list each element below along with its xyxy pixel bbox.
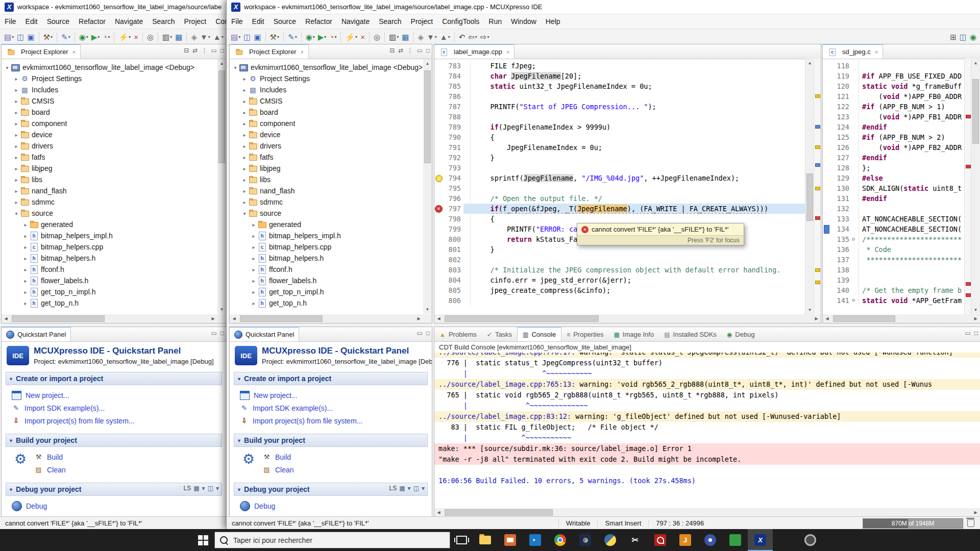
console-file-link[interactable]: ../source/label_image.cpp:776:17: (438, 353, 575, 356)
code-line[interactable]: 796 /* Open the output file. */ (434, 193, 805, 204)
start-button[interactable] (192, 529, 214, 551)
tree-item-generated[interactable]: ▸generated (2, 219, 217, 230)
toolbar-save-all-button[interactable]: ▣ (252, 31, 262, 43)
menu-project[interactable]: Project (180, 15, 211, 28)
toolbar-save-button[interactable]: ◫ (242, 31, 252, 43)
scrollbar-thumb[interactable] (240, 315, 323, 322)
tree-item-libs[interactable]: ▸libs (230, 174, 423, 185)
scroll-down-icon[interactable]: ▼ (805, 306, 814, 314)
link-with-editor-icon[interactable]: ⇄ (398, 47, 403, 54)
menu-edit[interactable]: Edit (21, 15, 42, 28)
chevron-right-icon[interactable]: ▸ (13, 188, 20, 194)
tab-sd-jpeg-c[interactable]: c sd_jpeg.c × (823, 44, 883, 59)
dropdown-arrow-icon[interactable]: ▾ (435, 35, 437, 39)
task-view-button[interactable] (450, 529, 473, 551)
toolbar-terminal-button[interactable]: ▥▾ (387, 31, 400, 43)
dropdown-arrow-icon[interactable]: ▾ (108, 35, 110, 39)
warning-marker-icon[interactable] (435, 175, 443, 182)
dropdown-arrow-icon[interactable]: ▾ (170, 35, 172, 39)
chevron-right-icon[interactable]: ▸ (13, 110, 20, 115)
dropdown-arrow-icon[interactable]: ▾ (334, 35, 336, 39)
tree-item-ffconf-h[interactable]: ▸hffconf.h (230, 264, 423, 275)
office-app-icon[interactable] (773, 529, 798, 551)
tab-quickstart-panel[interactable]: Quickstart Panel (230, 327, 299, 341)
toolbar-toggle-annotation-button[interactable]: ◈ (416, 31, 425, 43)
tree-item-fatfs[interactable]: ▸fatfs (230, 152, 423, 163)
chevron-right-icon[interactable]: ▸ (22, 300, 29, 306)
scroll-left-icon[interactable]: ◀ (434, 508, 443, 517)
tree-item-generated[interactable]: ▸generated (230, 219, 423, 230)
collapse-triangle-icon[interactable]: ▾ (238, 487, 240, 492)
view-menu-icon[interactable]: ⋮ (201, 47, 207, 54)
code-line[interactable]: 795 (434, 183, 805, 193)
code-line[interactable]: 119#if APP_FB_USE_FIXED_ADD (823, 71, 965, 81)
toolbar-run-button[interactable]: ▶▾ (316, 31, 328, 43)
toolbar-prev-annotation-button[interactable]: ▲▾ (212, 31, 225, 43)
menu-window[interactable]: Window (506, 15, 541, 28)
section-header-build[interactable]: ▾Build your project (234, 434, 428, 447)
chevron-right-icon[interactable]: ▸ (13, 98, 20, 104)
scroll-up-icon[interactable]: ▲ (805, 59, 814, 67)
quickstart-link-debug[interactable]: Debug (240, 499, 275, 512)
chevron-right-icon[interactable]: ▸ (241, 76, 248, 82)
chevron-right-icon[interactable]: ▸ (250, 278, 257, 284)
dropdown-arrow-icon[interactable]: ▾ (324, 35, 326, 39)
mail-app-icon[interactable] (498, 529, 523, 551)
code-line[interactable]: 118 (823, 61, 965, 71)
chevron-right-icon[interactable]: ▸ (250, 289, 257, 295)
chevron-right-icon[interactable]: ▸ (250, 244, 257, 250)
quickstart-link-clean[interactable]: ▨Clean (262, 463, 294, 476)
menu-source[interactable]: Source (42, 15, 74, 28)
horizontal-scrollbar[interactable]: ◀ ▶ (823, 314, 980, 323)
toolbar-flash-programmer-button[interactable]: ⚡▾ (117, 31, 132, 43)
code-line[interactable]: 785 static uint32_t JpegFilenameIndex = … (434, 81, 805, 91)
chevron-right-icon[interactable]: ▸ (13, 143, 20, 149)
dropdown-arrow-icon[interactable]: ▾ (397, 35, 399, 39)
chevron-right-icon[interactable]: ▸ (22, 256, 29, 261)
dropdown-arrow-icon[interactable]: ▾ (216, 485, 219, 492)
editor-vertical-scrollbar[interactable]: ▲ ▼ (971, 59, 980, 314)
menu-refactor[interactable]: Refactor (301, 15, 337, 28)
scrollbar-thumb[interactable] (424, 70, 431, 163)
menu-search[interactable]: Search (374, 15, 406, 28)
tree-item-evkmimxrt1060-tensorflow-lite-label-image-debug[interactable]: ▾evkmimxrt1060_tensorflow_lite_label_ima… (230, 62, 423, 73)
console-file-link[interactable]: ../source/label_image.cpp:765:13: (438, 380, 575, 388)
close-icon[interactable]: × (300, 49, 303, 55)
tree-item-board[interactable]: ▸board (230, 107, 423, 118)
tree-item-device[interactable]: ▸device (2, 129, 217, 140)
tree-item-component[interactable]: ▸component (230, 118, 423, 129)
scroll-left-icon[interactable]: ◀ (823, 314, 831, 323)
scroll-up-icon[interactable]: ▲ (423, 59, 432, 68)
toolbar-open-perspective-button[interactable]: ⊞ (948, 31, 958, 43)
toolbar-last-edit-location-button[interactable]: ↶ (457, 31, 467, 43)
tree-item-cmsis[interactable]: ▸CMSIS (230, 95, 423, 107)
menu-configtools[interactable]: ConfigTools (437, 15, 484, 28)
ide-window-background[interactable]: X workspace - evkmimxrt1060_tensorflow_l… (0, 0, 227, 529)
scroll-up-icon[interactable]: ▲ (217, 59, 226, 68)
dropdown-arrow-icon[interactable]: ▾ (475, 35, 477, 39)
code-line[interactable]: 789 if(JpegFilenameIndex > 9999u) (434, 122, 805, 132)
toolbar-forward-history-button[interactable]: ⇨▾ (479, 31, 491, 43)
code-line[interactable]: 786 (434, 91, 805, 102)
tree-item-source[interactable]: ▾source (230, 208, 423, 219)
mcuxpresso-icon[interactable]: X (748, 529, 773, 551)
toolbar-back-history-button[interactable]: ⇦▾ (467, 31, 479, 43)
err-overview-mark[interactable] (966, 165, 971, 168)
code-line[interactable]: 788 (434, 112, 805, 122)
fold-collapse-icon[interactable]: ⊖ (852, 295, 859, 306)
scroll-right-icon[interactable]: ▶ (971, 314, 980, 323)
code-line[interactable]: 138 (823, 265, 965, 275)
section-header-create[interactable]: ▾Create or import a project (6, 372, 222, 385)
code-line[interactable]: 787 PRINTF("Start of JPEG Compression...… (434, 102, 805, 112)
toolbar-save-all-button[interactable]: ▣ (26, 31, 36, 43)
toolbar-flash-programmer-button[interactable]: ⚡▾ (344, 31, 359, 43)
chevron-right-icon[interactable]: ▸ (22, 289, 29, 295)
probe-save-icon[interactable]: ◫ (208, 485, 213, 492)
close-icon[interactable]: × (506, 49, 509, 55)
menu-search[interactable]: Search (148, 15, 179, 28)
scroll-up-icon[interactable]: ▲ (971, 59, 980, 67)
tree-item-evkmimxrt1060-tensorflow-lite-label-image-debug[interactable]: ▾evkmimxrt1060_tensorflow_lite_label_ima… (2, 62, 217, 73)
maximize-icon[interactable]: □ (220, 330, 224, 337)
tree-item-get-top-n-impl-h[interactable]: ▸hget_top_n_impl.h (230, 286, 423, 297)
tree-item-device[interactable]: ▸device (230, 129, 423, 140)
